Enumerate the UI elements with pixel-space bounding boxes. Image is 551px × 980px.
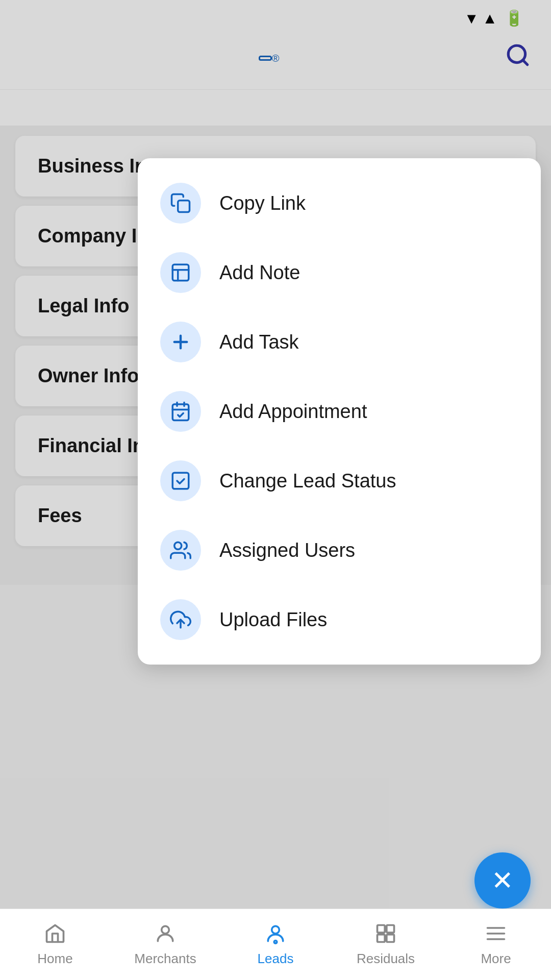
- svg-rect-6: [172, 404, 189, 421]
- nav-item-home[interactable]: Home: [0, 922, 110, 967]
- bottom-navigation: HomeMerchantsLeadsResidualsMore: [0, 909, 551, 980]
- nav-item-merchants[interactable]: Merchants: [110, 922, 220, 967]
- nav-label: Leads: [258, 951, 294, 967]
- menu-item-label: Copy Link: [219, 192, 306, 214]
- menu-item-label: Add Note: [219, 262, 300, 284]
- menu-item-upload-files[interactable]: Upload Files: [138, 585, 541, 654]
- svg-rect-19: [378, 935, 385, 942]
- svg-rect-20: [387, 935, 394, 942]
- nav-item-residuals[interactable]: Residuals: [331, 922, 441, 967]
- nav-label: Home: [37, 951, 72, 967]
- svg-rect-3: [172, 264, 189, 281]
- note-icon: [160, 252, 201, 293]
- svg-point-11: [174, 542, 182, 549]
- more-nav-icon: [485, 922, 507, 947]
- residuals-nav-icon: [374, 922, 397, 947]
- nav-item-leads[interactable]: Leads: [220, 922, 331, 967]
- nav-label: Residuals: [357, 951, 415, 967]
- svg-rect-10: [172, 473, 189, 489]
- context-menu: Copy LinkAdd NoteAdd TaskAdd Appointment…: [138, 158, 541, 665]
- menu-item-copy-link[interactable]: Copy Link: [138, 168, 541, 238]
- merchants-nav-icon: [154, 922, 177, 947]
- menu-item-label: Add Appointment: [219, 401, 367, 423]
- menu-item-add-task[interactable]: Add Task: [138, 307, 541, 377]
- nav-label: More: [481, 951, 511, 967]
- svg-rect-17: [378, 925, 385, 933]
- home-nav-icon: [44, 922, 66, 947]
- svg-rect-18: [387, 925, 394, 933]
- users-icon: [160, 530, 201, 571]
- copy-icon: [160, 183, 201, 224]
- fab-close-button[interactable]: ✕: [474, 852, 531, 909]
- close-icon: ✕: [491, 867, 514, 894]
- svg-point-13: [162, 926, 169, 934]
- plus-icon: [160, 322, 201, 362]
- menu-item-add-appointment[interactable]: Add Appointment: [138, 377, 541, 446]
- edit-icon: [160, 460, 201, 501]
- menu-item-assigned-users[interactable]: Assigned Users: [138, 516, 541, 585]
- menu-item-label: Upload Files: [219, 609, 327, 631]
- menu-item-change-lead-status[interactable]: Change Lead Status: [138, 446, 541, 516]
- menu-item-label: Change Lead Status: [219, 470, 396, 492]
- calendar-icon: [160, 391, 201, 432]
- menu-item-add-note[interactable]: Add Note: [138, 238, 541, 307]
- svg-point-14: [272, 926, 280, 934]
- menu-item-label: Add Task: [219, 331, 299, 353]
- svg-rect-2: [178, 201, 190, 212]
- menu-item-label: Assigned Users: [219, 540, 355, 561]
- upload-icon: [160, 599, 201, 640]
- leads-nav-icon: [264, 922, 287, 947]
- nav-label: Merchants: [134, 951, 196, 967]
- nav-item-more[interactable]: More: [441, 922, 551, 967]
